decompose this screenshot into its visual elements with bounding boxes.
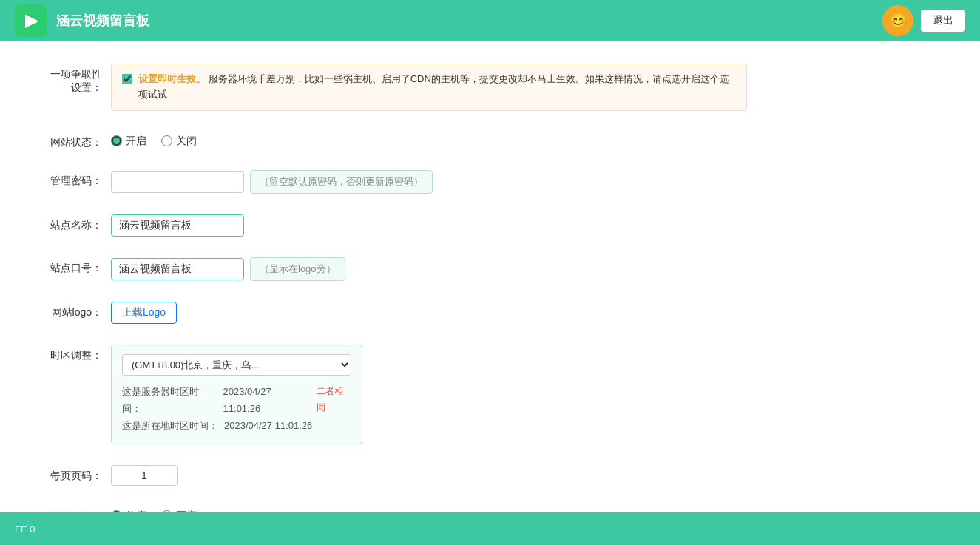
play-icon: ▶ (25, 11, 38, 30)
site-slogan-input[interactable] (111, 258, 244, 280)
timezone-box: (GMT+8.00)北京，重庆，乌... 这是服务器时区时间： 2023/04/… (111, 345, 362, 444)
site-status-options: 开启 关闭 (111, 132, 936, 148)
status-open-label: 开启 (126, 135, 146, 148)
server-time-value: 2023/04/27 11:01:26 (223, 383, 311, 418)
site-name-row: 站点名称： (44, 214, 936, 237)
notice-link-text: 设置即时生效。 (138, 73, 206, 84)
avatar-icon: 😊 (889, 12, 908, 30)
bottom-text: FE 0 (15, 524, 35, 535)
status-open-option[interactable]: 开启 (111, 135, 146, 148)
logout-button[interactable]: 退出 (921, 10, 965, 32)
bottom-bar: FE 0 (0, 512, 980, 545)
notice-row: 一项争取性设置： 设置即时生效。 服务器环境千差万别，比如一些弱主机、启用了CD… (44, 64, 936, 111)
site-name-input[interactable] (111, 214, 244, 237)
status-close-radio[interactable] (161, 135, 172, 146)
site-slogan-content: （显示在logo旁） (111, 257, 936, 281)
admin-password-input[interactable] (111, 171, 244, 193)
timezone-label: 时区调整： (44, 345, 111, 362)
admin-password-label: 管理密码： (44, 170, 111, 188)
per-page-label: 每页页码： (44, 465, 111, 483)
site-slogan-label: 站点口号： (44, 257, 111, 275)
main-content: 一项争取性设置： 设置即时生效。 服务器环境千差万别，比如一些弱主机、启用了CD… (0, 41, 980, 545)
header-right: 😊 退出 (882, 5, 965, 36)
same-badge: 二者相同 (317, 384, 351, 416)
notice-text: 设置即时生效。 服务器环境千差万别，比如一些弱主机、启用了CDN的主机等，提交更… (138, 72, 736, 103)
site-slogan-row: 站点口号： （显示在logo旁） (44, 257, 936, 281)
status-close-option[interactable]: 关闭 (161, 135, 197, 148)
site-status-label: 网站状态： (44, 132, 111, 149)
timezone-select[interactable]: (GMT+8.00)北京，重庆，乌... (122, 354, 351, 376)
notice-box: 设置即时生效。 服务器环境千差万别，比如一些弱主机、启用了CDN的主机等，提交更… (111, 64, 747, 111)
server-time-label: 这是服务器时区时间： (122, 383, 217, 418)
site-logo-label: 网站logo： (44, 302, 111, 319)
per-page-content (111, 465, 936, 486)
timezone-row: 时区调整： (GMT+8.00)北京，重庆，乌... 这是服务器时区时间： 20… (44, 345, 936, 444)
local-time-label: 这是所在地时区时间： (122, 417, 218, 434)
avatar-button[interactable]: 😊 (882, 5, 913, 36)
per-page-row: 每页页码： (44, 465, 936, 486)
local-time-row: 这是所在地时区时间： 2023/04/27 11:01:26 (122, 417, 351, 434)
status-close-label: 关闭 (176, 135, 197, 148)
status-open-radio[interactable] (111, 135, 122, 146)
site-name-label: 站点名称： (44, 214, 111, 232)
site-status-row: 网站状态： 开启 关闭 (44, 132, 936, 149)
app-title: 涵云视频留言板 (56, 12, 149, 30)
admin-password-content: （留空默认原密码，否则更新原密码） (111, 170, 936, 194)
per-page-input[interactable] (111, 465, 178, 486)
site-slogan-hint: （显示在logo旁） (250, 257, 345, 281)
local-time-value: 2023/04/27 11:01:26 (224, 417, 312, 434)
timezone-content: (GMT+8.00)北京，重庆，乌... 这是服务器时区时间： 2023/04/… (111, 345, 936, 444)
server-time-row: 这是服务器时区时间： 2023/04/27 11:01:26 二者相同 (122, 383, 351, 418)
header-left: ▶ 涵云视频留言板 (15, 4, 149, 37)
notice-content: 设置即时生效。 服务器环境千差万别，比如一些弱主机、启用了CDN的主机等，提交更… (111, 64, 936, 111)
immediate-effect-checkbox[interactable] (122, 74, 132, 84)
app-logo-box: ▶ (15, 4, 47, 37)
upload-logo-button[interactable]: 上载Logo (111, 302, 177, 324)
notice-label: 一项争取性设置： (44, 64, 111, 95)
admin-password-hint: （留空默认原密码，否则更新原密码） (250, 170, 433, 194)
admin-password-row: 管理密码： （留空默认原密码，否则更新原密码） (44, 170, 936, 194)
app-header: ▶ 涵云视频留言板 😊 退出 (0, 0, 980, 41)
notice-body: 服务器环境千差万别，比如一些弱主机、启用了CDN的主机等，提交更改却不马上生效。… (138, 73, 729, 100)
site-logo-content: 上载Logo (111, 302, 936, 324)
site-name-content (111, 214, 936, 237)
site-logo-row: 网站logo： 上载Logo (44, 302, 936, 324)
timezone-info: 这是服务器时区时间： 2023/04/27 11:01:26 二者相同 这是所在… (122, 383, 351, 435)
